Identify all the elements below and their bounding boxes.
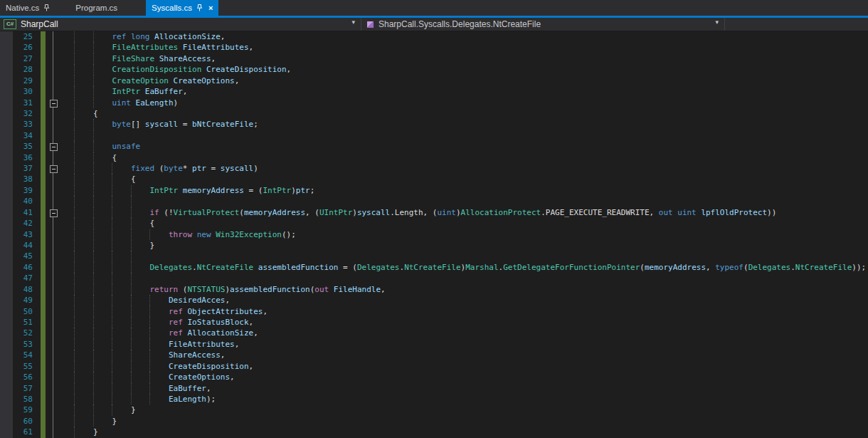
code-text: } xyxy=(55,416,117,427)
code-text xyxy=(55,251,149,261)
member-dropdown[interactable]: SharpCall.Syscalls.Delegates.NtCreateFil… xyxy=(361,18,725,31)
code-text: ref ObjectAttributes, xyxy=(55,306,268,317)
code-line: 34 xyxy=(0,130,868,141)
code-text xyxy=(55,130,112,141)
code-line: 43 throw new Win32Exception(); xyxy=(0,229,868,240)
code-line: 41 if (!VirtualProtect(memoryAddress, (U… xyxy=(0,207,868,218)
code-text: if (!VirtualProtect(memoryAddress, (UInt… xyxy=(55,207,776,218)
code-text: { xyxy=(55,108,98,119)
tab-bar: Native.cs Program.cs Syscalls.cs × xyxy=(0,0,868,16)
code-line: 28 CreationDisposition CreateDisposition… xyxy=(0,64,868,75)
code-line: 42 { xyxy=(0,218,868,229)
line-number: 25 xyxy=(13,31,33,42)
code-text: ShareAccess, xyxy=(55,350,225,360)
code-line: 57 EaBuffer, xyxy=(0,383,868,394)
code-line: 30 IntPtr EaBuffer, xyxy=(0,86,868,97)
tab-syscalls-cs[interactable]: Syscalls.cs × xyxy=(146,0,218,16)
line-number: 43 xyxy=(13,229,33,240)
code-text: { xyxy=(55,218,154,229)
line-number: 47 xyxy=(13,273,33,283)
code-line: 29 CreateOption CreateOptions, xyxy=(0,75,868,86)
line-number: 44 xyxy=(13,240,33,251)
code-text: throw new Win32Exception(); xyxy=(55,229,296,240)
line-number: 31 xyxy=(13,98,33,108)
code-line: 27 FileShare ShareAccess, xyxy=(0,53,868,64)
tab-label: Native.cs xyxy=(6,4,39,12)
code-line: 46 Delegates.NtCreateFile assembledFunct… xyxy=(0,262,868,273)
line-number: 57 xyxy=(13,383,33,394)
code-text: FileAttributes FileAttributes, xyxy=(55,42,253,53)
code-text: EaLength); xyxy=(55,394,216,405)
method-icon xyxy=(367,21,374,28)
code-text: IntPtr memoryAddress = (IntPtr)ptr; xyxy=(55,185,314,196)
tab-label: Program.cs xyxy=(75,4,117,12)
code-line: 49 DesiredAcces, xyxy=(0,295,868,306)
tab-program-cs[interactable]: Program.cs xyxy=(70,0,123,16)
code-line: 33 byte[] syscall = bNtCreateFile; xyxy=(0,119,868,130)
code-text: CreateOption CreateOptions, xyxy=(55,75,239,86)
navigation-bar: C# SharpCall ▾ SharpCall.Syscalls.Delega… xyxy=(0,18,868,31)
line-number: 59 xyxy=(13,405,33,415)
line-number: 49 xyxy=(13,295,33,306)
code-area[interactable]: 25 ref long AllocationSize,26 FileAttrib… xyxy=(0,31,868,438)
line-number: 58 xyxy=(13,394,33,405)
line-number: 52 xyxy=(13,328,33,338)
line-number: 54 xyxy=(13,350,33,360)
project-dropdown[interactable]: C# SharpCall ▾ xyxy=(0,18,361,31)
line-number: 41 xyxy=(13,207,33,218)
code-text: uint EaLength) xyxy=(55,98,178,108)
code-line: 32 { xyxy=(0,108,868,119)
code-text: CreateOptions, xyxy=(55,372,235,382)
code-text: } xyxy=(55,427,98,437)
line-number: 37 xyxy=(13,163,33,174)
code-text: return (NTSTATUS)assembledFunction(out F… xyxy=(55,284,386,295)
code-text: ref long AllocationSize, xyxy=(55,31,225,42)
code-text: } xyxy=(55,405,136,415)
fold-collapse-button[interactable] xyxy=(50,100,58,108)
fold-collapse-button[interactable] xyxy=(50,209,58,217)
code-editor[interactable]: 25 ref long AllocationSize,26 FileAttrib… xyxy=(0,31,868,438)
project-name: SharpCall xyxy=(21,19,58,29)
code-line: 35 unsafe xyxy=(0,141,868,152)
line-number: 39 xyxy=(13,185,33,196)
line-number: 61 xyxy=(13,427,33,437)
line-number: 50 xyxy=(13,306,33,317)
fold-collapse-button[interactable] xyxy=(50,143,58,151)
line-number: 34 xyxy=(13,130,33,141)
line-number: 56 xyxy=(13,372,33,382)
code-line: 44 } xyxy=(0,240,868,251)
code-line: 59 } xyxy=(0,405,868,415)
tab-label: Syscalls.cs xyxy=(152,4,192,12)
code-line: 56 CreateOptions, xyxy=(0,372,868,382)
csharp-project-icon: C# xyxy=(4,19,16,29)
fold-collapse-button[interactable] xyxy=(50,165,58,173)
pin-icon[interactable] xyxy=(43,4,50,11)
tab-native-cs[interactable]: Native.cs xyxy=(0,0,55,16)
code-line: 54 ShareAccess, xyxy=(0,350,868,360)
code-line: 39 IntPtr memoryAddress = (IntPtr)ptr; xyxy=(0,185,868,196)
chevron-down-icon[interactable]: ▾ xyxy=(351,19,355,26)
pin-icon[interactable] xyxy=(196,4,203,11)
code-line: 53 FileAttributes, xyxy=(0,339,868,350)
code-text: EaBuffer, xyxy=(55,383,211,394)
code-line: 52 ref AllocationSize, xyxy=(0,328,868,338)
line-number: 33 xyxy=(13,119,33,130)
code-text xyxy=(55,196,149,207)
code-text xyxy=(55,273,149,283)
code-text: CreateDisposition, xyxy=(55,361,253,372)
line-number: 32 xyxy=(13,108,33,119)
line-number: 36 xyxy=(13,152,33,163)
code-text: FileShare ShareAccess, xyxy=(55,53,216,64)
code-text: ref IoStatusBlock, xyxy=(55,317,253,328)
code-line: 50 ref ObjectAttributes, xyxy=(0,306,868,317)
code-line: 31 uint EaLength) xyxy=(0,98,868,108)
code-line: 58 EaLength); xyxy=(0,394,868,405)
line-number: 27 xyxy=(13,53,33,64)
code-line: 61 } xyxy=(0,427,868,437)
code-text: ref AllocationSize, xyxy=(55,328,258,338)
code-text: byte[] syscall = bNtCreateFile; xyxy=(55,119,258,130)
code-text: IntPtr EaBuffer, xyxy=(55,86,187,97)
chevron-down-icon[interactable]: ▾ xyxy=(715,19,719,26)
close-icon[interactable]: × xyxy=(208,4,213,12)
code-text: { xyxy=(55,174,136,184)
